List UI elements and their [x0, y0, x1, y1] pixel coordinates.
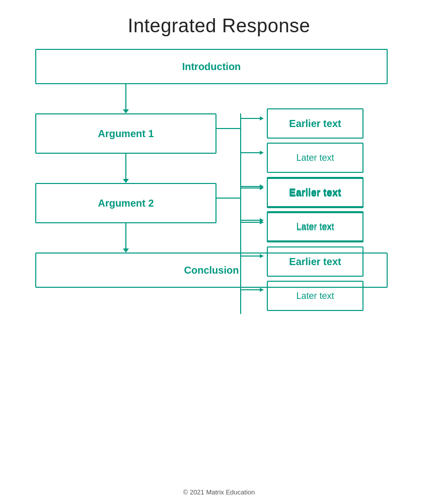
argument2-label: Argument 2	[98, 198, 154, 209]
arrow-arg1-arg2	[123, 179, 129, 183]
footer-text: © 2021 Matrix Education	[183, 488, 255, 496]
svg-marker-5	[260, 151, 264, 155]
arrow-arg2-conclusion	[123, 248, 129, 253]
svg-marker-15	[260, 220, 264, 224]
arg2-box-2: Later text	[267, 212, 363, 242]
arg2-text-4: Later text	[296, 291, 334, 301]
arg2-box-4: Later text	[267, 281, 363, 311]
arg1-text-2: Later text	[296, 153, 334, 163]
svg-marker-17	[260, 254, 264, 258]
arg1-text-1: Earlier text	[289, 118, 341, 130]
svg-marker-19	[260, 288, 264, 292]
argument2-row: Argument 2 Earlier text Later text	[35, 183, 388, 223]
diagram-container: Introduction Argument 1	[35, 49, 403, 288]
arg2-text-3: Earlier text	[289, 256, 341, 268]
arrow-intro-arg1	[123, 109, 129, 113]
introduction-label: Introduction	[182, 61, 241, 73]
arg2-right-boxes: Earlier text Later text Earlier text Lat…	[267, 178, 363, 311]
svg-marker-3	[260, 116, 264, 120]
connector-arg2-conclusion	[125, 223, 126, 248]
argument2-box: Argument 2	[35, 183, 216, 223]
connector-intro-arg1	[125, 84, 126, 109]
arg2-box-1: Earlier text	[267, 178, 363, 208]
arg1-box-1: Earlier text	[267, 108, 363, 139]
argument1-label: Argument 1	[98, 128, 154, 140]
argument1-box: Argument 1	[35, 113, 216, 154]
arg2-text-2: Later text	[296, 222, 334, 233]
svg-marker-13	[260, 186, 264, 190]
page-title: Integrated Response	[128, 15, 310, 37]
connector-arg1-arg2	[125, 154, 126, 179]
introduction-box: Introduction	[35, 49, 388, 84]
arg2-text-1: Earlier text	[289, 187, 341, 199]
footer: © 2021 Matrix Education	[183, 478, 255, 504]
argument1-row: Argument 1 Earlier text	[35, 113, 388, 154]
arg2-box-3: Earlier text	[267, 246, 363, 277]
arg1-box-2: Later text	[267, 143, 363, 173]
